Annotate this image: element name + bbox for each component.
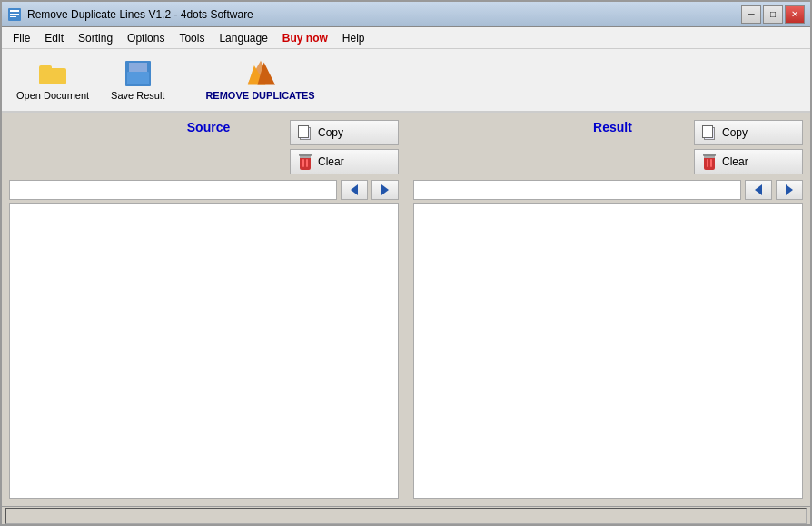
toolbar: Open Document Save Result REMOVE DUPLICA… — [2, 49, 810, 113]
status-bar — [2, 506, 810, 524]
result-search-row — [413, 180, 803, 200]
open-document-button[interactable]: Open Document — [9, 55, 96, 104]
remove-duplicates-button[interactable]: REMOVE DUPLICATES — [194, 55, 325, 104]
maximize-button[interactable]: □ — [763, 5, 783, 24]
source-clear-icon — [298, 154, 312, 170]
source-panel-header: Source Copy — [9, 120, 399, 200]
minimize-button[interactable]: ─ — [741, 5, 761, 24]
result-copy-label: Copy — [722, 126, 748, 139]
save-result-button[interactable]: Save Result — [104, 55, 172, 104]
menubar: File Edit Sorting Options Tools Language… — [2, 27, 810, 49]
result-copy-button[interactable]: Copy — [694, 120, 803, 145]
source-clear-button[interactable]: Clear — [290, 149, 399, 174]
toolbar-separator — [183, 57, 183, 103]
result-clear-icon — [702, 154, 717, 170]
open-folder-icon — [38, 59, 67, 88]
title-bar: Remove Duplicate Lines V1.2 - 4dots Soft… — [2, 2, 810, 27]
source-title: Source — [187, 120, 230, 134]
svg-rect-2 — [10, 14, 19, 15]
arrow-right-icon — [381, 184, 389, 195]
save-icon — [124, 59, 153, 88]
svg-rect-1 — [10, 10, 19, 12]
panels: Source Copy — [2, 113, 810, 506]
source-clear-label: Clear — [318, 155, 344, 168]
close-button[interactable]: ✕ — [785, 5, 805, 24]
main-area: Source Copy — [2, 113, 810, 524]
result-textarea[interactable] — [413, 203, 803, 499]
open-document-label: Open Document — [16, 90, 89, 101]
remove-duplicates-label: REMOVE DUPLICATES — [205, 90, 314, 101]
source-prev-button[interactable] — [341, 180, 368, 200]
result-clear-button[interactable]: Clear — [694, 149, 803, 174]
result-prev-button[interactable] — [745, 180, 772, 200]
menu-edit[interactable]: Edit — [37, 28, 71, 48]
result-panel-buttons: Copy Clear — [694, 120, 803, 174]
result-copy-icon — [702, 125, 717, 140]
result-arrow-right-icon — [786, 184, 793, 195]
source-copy-icon — [298, 125, 312, 140]
svg-rect-3 — [10, 16, 16, 17]
menu-file[interactable]: File — [5, 28, 37, 48]
result-clear-label: Clear — [722, 155, 748, 168]
source-panel: Source Copy — [2, 113, 406, 506]
menu-sorting[interactable]: Sorting — [71, 28, 120, 48]
result-panel: Result Copy — [406, 113, 810, 506]
result-arrow-left-icon — [755, 184, 762, 195]
remove-duplicates-icon — [246, 59, 275, 88]
source-panel-buttons: Copy Clear — [290, 120, 399, 174]
menu-options[interactable]: Options — [120, 28, 172, 48]
status-text — [5, 508, 807, 524]
menu-language[interactable]: Language — [212, 28, 274, 48]
source-search-input[interactable] — [9, 180, 337, 200]
app-icon — [7, 7, 22, 22]
source-search-row — [9, 180, 399, 200]
source-next-button[interactable] — [371, 180, 399, 200]
window-controls: ─ □ ✕ — [741, 5, 805, 24]
save-result-label: Save Result — [111, 90, 164, 101]
result-search-input[interactable] — [413, 180, 741, 200]
result-title: Result — [593, 120, 632, 134]
menu-tools[interactable]: Tools — [172, 28, 212, 48]
source-copy-label: Copy — [318, 126, 343, 139]
result-next-button[interactable] — [776, 180, 803, 200]
menu-help[interactable]: Help — [335, 28, 372, 48]
source-copy-button[interactable]: Copy — [290, 120, 399, 145]
source-panel-top: Source Copy — [9, 120, 399, 174]
result-panel-top: Result Copy — [413, 120, 803, 174]
source-textarea[interactable] — [9, 203, 399, 499]
menu-buynow[interactable]: Buy now — [275, 28, 335, 48]
arrow-left-icon — [351, 184, 358, 195]
result-panel-header: Result Copy — [413, 120, 803, 200]
window-title: Remove Duplicate Lines V1.2 - 4dots Soft… — [27, 8, 741, 21]
main-window: Remove Duplicate Lines V1.2 - 4dots Soft… — [0, 0, 812, 526]
